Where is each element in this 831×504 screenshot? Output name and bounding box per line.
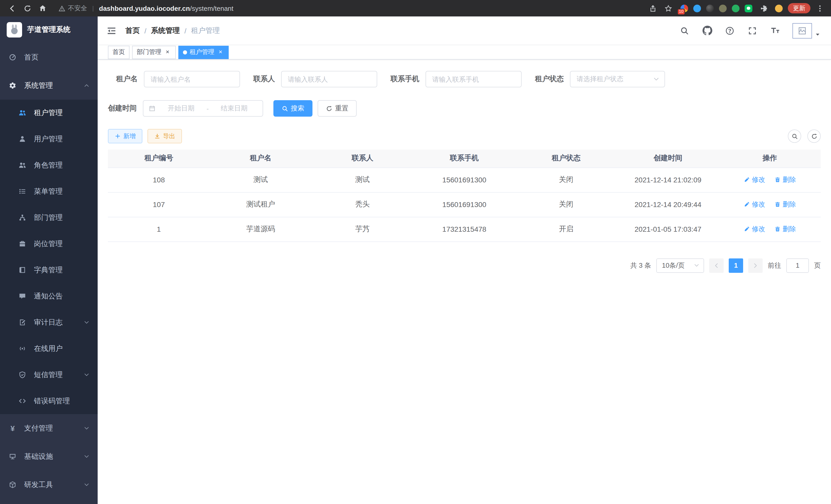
export-button[interactable]: 导出	[147, 129, 182, 143]
goto-page-input[interactable]	[786, 258, 809, 272]
back-button[interactable]	[5, 2, 19, 15]
page-number-button[interactable]: 1	[729, 258, 743, 272]
reset-button-label: 重置	[335, 104, 348, 113]
delete-button[interactable]: 删除	[774, 175, 796, 184]
next-page-button[interactable]	[748, 258, 763, 272]
chrome-menu-button[interactable]	[813, 2, 826, 14]
sidebar-submenu-system: 租户管理 用户管理 角色管理 菜单管理 部门管理 岗位管理	[0, 100, 98, 414]
breadcrumb-system[interactable]: 系统管理	[151, 26, 180, 35]
tab-close-icon[interactable]: ×	[217, 49, 224, 56]
reset-button[interactable]: 重置	[318, 100, 357, 117]
tab-tenant[interactable]: 租户管理 ×	[178, 46, 229, 59]
add-button[interactable]: 新增	[108, 129, 142, 143]
breadcrumb-separator: /	[184, 26, 187, 35]
chrome-update-button[interactable]: 更新	[788, 3, 810, 13]
edit-icon	[744, 201, 750, 208]
yen-icon: ¥	[9, 424, 17, 432]
delete-label: 删除	[783, 225, 796, 234]
extension-icon-2[interactable]	[693, 4, 701, 12]
reload-button[interactable]	[21, 2, 34, 15]
date-range-picker[interactable]: 开始日期 - 结束日期	[143, 100, 263, 117]
refresh-icon	[811, 133, 818, 140]
header-search-button[interactable]	[679, 25, 690, 36]
prev-page-button[interactable]	[709, 258, 724, 272]
sidebar-item-payment[interactable]: ¥ 支付管理	[0, 414, 98, 442]
edit-button[interactable]: 修改	[744, 225, 765, 234]
status-select-placeholder: 请选择租户状态	[577, 75, 623, 84]
sidebar-item-menu[interactable]: 菜单管理	[0, 178, 98, 205]
font-size-button[interactable]	[770, 25, 780, 36]
cell-created: 2021-12-14 21:02:09	[617, 168, 719, 192]
sidebar-item-error-code[interactable]: 错误码管理	[0, 388, 98, 414]
collapse-sidebar-button[interactable]	[106, 25, 117, 36]
extension-icon-4[interactable]	[719, 4, 727, 12]
home-button[interactable]	[36, 2, 49, 15]
extension-icon-3[interactable]	[706, 4, 714, 12]
github-button[interactable]	[702, 25, 712, 36]
chevron-up-icon	[84, 83, 89, 88]
extensions-menu-button[interactable]	[757, 2, 770, 14]
security-label: 不安全	[68, 4, 87, 12]
home-icon	[38, 4, 47, 12]
contact-input[interactable]	[281, 71, 377, 87]
refresh-table-button[interactable]	[807, 129, 821, 143]
sidebar-item-infra[interactable]: 基础设施	[0, 442, 98, 471]
cell-phone: 15601691300	[413, 168, 515, 192]
sidebar-item-online-user[interactable]: 在线用户	[0, 335, 98, 362]
page-size-select[interactable]: 10条/页	[656, 258, 704, 272]
bookmark-star-icon	[664, 4, 672, 12]
sidebar-item-label: 部门管理	[34, 213, 63, 222]
edit-button[interactable]: 修改	[744, 200, 765, 209]
share-button[interactable]	[647, 2, 659, 14]
column-header: 租户编号	[108, 149, 210, 168]
gear-icon	[9, 82, 17, 89]
breadcrumb-home[interactable]: 首页	[125, 26, 140, 35]
table-row: 1 芋道源码 芋艿 17321315478 开启 2021-01-05 17:0…	[108, 217, 821, 241]
sidebar-item-system[interactable]: 系统管理	[0, 71, 98, 100]
edit-button[interactable]: 修改	[744, 175, 765, 184]
search-button[interactable]: 搜索	[274, 100, 312, 117]
extension-icon-6[interactable]	[745, 4, 752, 12]
briefcase-icon	[19, 240, 26, 248]
sidebar-item-role[interactable]: 角色管理	[0, 152, 98, 178]
cell-tenant-name: 测试	[210, 168, 311, 192]
delete-button[interactable]: 删除	[774, 200, 796, 209]
bookmark-button[interactable]	[662, 2, 674, 14]
column-header: 租户名	[210, 149, 311, 168]
tab-close-icon[interactable]: ×	[164, 49, 171, 56]
phone-input[interactable]	[426, 71, 522, 87]
puzzle-icon	[760, 4, 768, 12]
extension-icon-1[interactable]: 10	[681, 4, 688, 12]
sidebar-item-tenant[interactable]: 租户管理	[0, 100, 98, 126]
tab-dept[interactable]: 部门管理 ×	[132, 46, 176, 59]
sidebar: 芋道管理系统 首页 系统管理 租户管理 用户管理 角色管理	[0, 17, 98, 504]
avatar	[793, 23, 812, 38]
delete-button[interactable]: 删除	[774, 225, 796, 234]
sidebar-item-post[interactable]: 岗位管理	[0, 231, 98, 257]
sidebar-item-notice[interactable]: 通知公告	[0, 283, 98, 309]
sidebar-item-dict[interactable]: 字典管理	[0, 257, 98, 283]
help-button[interactable]	[725, 25, 735, 36]
top-navbar: 首页 / 系统管理 / 租户管理	[98, 17, 831, 45]
sidebar-item-dept[interactable]: 部门管理	[0, 205, 98, 231]
fullscreen-button[interactable]	[747, 25, 757, 36]
user-menu[interactable]	[793, 23, 821, 38]
extension-icon-5[interactable]	[732, 4, 740, 12]
sidebar-item-user[interactable]: 用户管理	[0, 126, 98, 152]
sidebar-item-devtools[interactable]: 研发工具	[0, 471, 98, 499]
user-icon	[19, 135, 26, 143]
status-select[interactable]: 请选择租户状态	[570, 71, 665, 87]
fullscreen-icon	[748, 26, 757, 35]
sidebar-item-home[interactable]: 首页	[0, 43, 98, 71]
sidebar-item-audit-log[interactable]: 审计日志	[0, 309, 98, 335]
site-security[interactable]: 不安全	[59, 4, 87, 12]
cell-tenant-id: 108	[108, 168, 210, 192]
sidebar-item-sms[interactable]: 短信管理	[0, 362, 98, 388]
address-bar[interactable]: dashboard.yudao.iocoder.cn/system/tenant	[99, 4, 233, 12]
profile-avatar[interactable]	[775, 4, 783, 12]
tenant-name-input[interactable]	[144, 71, 240, 87]
show-search-button[interactable]	[788, 129, 801, 143]
app-logo[interactable]: 芋道管理系统	[0, 17, 98, 43]
tab-home[interactable]: 首页	[108, 46, 130, 59]
edit-icon	[744, 226, 750, 232]
